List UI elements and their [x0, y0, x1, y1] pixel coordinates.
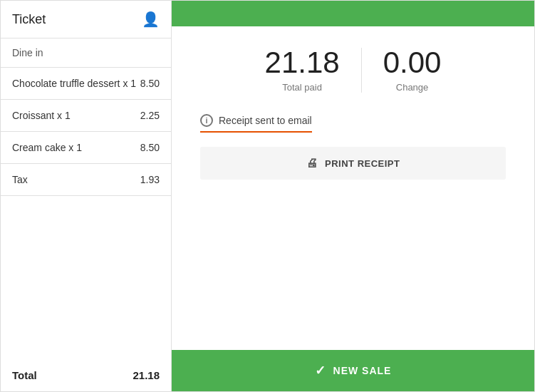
- change-label: Change: [396, 82, 429, 93]
- print-receipt-button[interactable]: 🖨 PRINT RECEIPT: [200, 147, 506, 180]
- left-panel: Ticket 👤 Dine in Chocolate truffle desse…: [1, 1, 172, 391]
- total-row: Total 21.18: [1, 359, 171, 391]
- receipt-email-section: i Receipt sent to email: [172, 107, 534, 147]
- total-paid-amount: 21.18: [265, 48, 340, 78]
- print-receipt-label: PRINT RECEIPT: [325, 158, 400, 169]
- item-price: 8.50: [140, 78, 160, 89]
- tax-value: 1.93: [140, 174, 160, 185]
- top-green-bar: [172, 1, 534, 26]
- payment-summary: 21.18 Total paid 0.00 Change: [172, 26, 534, 107]
- dine-in-label: Dine in: [1, 38, 171, 68]
- total-label: Total: [12, 369, 37, 381]
- ticket-header: Ticket 👤: [1, 1, 171, 38]
- person-icon[interactable]: 👤: [142, 11, 160, 28]
- item-name: Chocolate truffle dessert x 1: [12, 78, 140, 89]
- list-item: Chocolate truffle dessert x 1 8.50: [1, 68, 171, 100]
- change-amount: 0.00: [383, 48, 442, 78]
- receipt-email-row: i Receipt sent to email: [200, 114, 312, 133]
- receipt-email-text: Receipt sent to email: [219, 115, 312, 126]
- info-icon: i: [200, 114, 213, 127]
- checkmark-icon: ✓: [315, 363, 326, 378]
- ticket-items: Chocolate truffle dessert x 1 8.50 Crois…: [1, 68, 171, 359]
- spacer: [172, 180, 534, 350]
- item-price: 2.25: [140, 110, 160, 121]
- new-sale-label: NEW SALE: [333, 365, 392, 376]
- list-item: Croissant x 1 2.25: [1, 100, 171, 132]
- list-item: Cream cake x 1 8.50: [1, 132, 171, 164]
- total-paid-label: Total paid: [282, 82, 322, 93]
- item-price: 8.50: [140, 142, 160, 153]
- change-block: 0.00 Change: [362, 48, 463, 93]
- total-value: 21.18: [133, 369, 160, 381]
- item-name: Croissant x 1: [12, 110, 140, 121]
- print-icon: 🖨: [306, 157, 318, 170]
- item-name: Cream cake x 1: [12, 142, 140, 153]
- new-sale-button[interactable]: ✓ NEW SALE: [172, 350, 534, 391]
- right-panel: 21.18 Total paid 0.00 Change i Receipt s…: [172, 1, 534, 391]
- tax-label: Tax: [12, 174, 28, 185]
- ticket-title: Ticket: [12, 12, 46, 27]
- tax-row: Tax 1.93: [1, 164, 171, 196]
- total-paid-block: 21.18 Total paid: [244, 48, 362, 93]
